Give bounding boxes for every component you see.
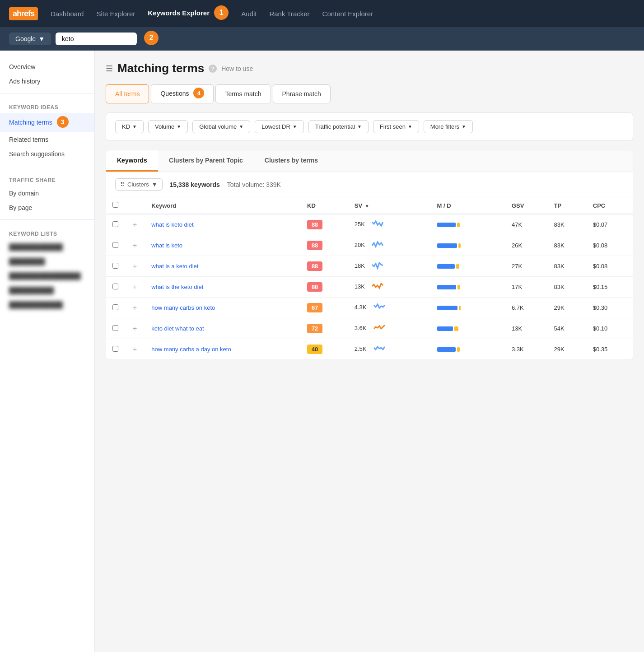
sidebar-item-search-suggestions[interactable]: Search suggestions xyxy=(0,147,94,161)
kd-badge: 72 xyxy=(307,324,322,333)
sv-value: 13K xyxy=(355,283,365,290)
nav-keywords-explorer[interactable]: Keywords Explorer 1 xyxy=(148,6,229,21)
filter-first-seen[interactable]: First seen ▼ xyxy=(373,120,419,133)
row-add-cell: + xyxy=(125,318,145,339)
keyword-link[interactable]: what is keto diet xyxy=(151,221,193,228)
filter-global-volume[interactable]: Global volume ▼ xyxy=(192,120,250,133)
add-keyword-button[interactable]: + xyxy=(131,242,139,249)
sidebar-divider-2 xyxy=(0,166,94,166)
add-keyword-button[interactable]: + xyxy=(131,345,139,353)
sidebar-item-ads-history[interactable]: Ads history xyxy=(0,74,94,88)
kd-header[interactable]: KD xyxy=(301,197,348,214)
filter-volume[interactable]: Volume ▼ xyxy=(148,120,188,133)
sv-header[interactable]: SV ▼ xyxy=(348,197,431,214)
nav-content-explorer[interactable]: Content Explorer xyxy=(322,10,373,18)
keyword-link[interactable]: what is a keto diet xyxy=(151,263,198,270)
row-sv-cell: 25K xyxy=(348,214,431,235)
progress-bar xyxy=(437,285,499,289)
tab-questions[interactable]: Questions 4 xyxy=(151,84,214,103)
keyword-header: Keyword xyxy=(145,197,301,214)
help-icon: ? xyxy=(209,65,217,73)
row-kd-cell: 88 xyxy=(301,214,348,235)
sub-tab-clusters-parent[interactable]: Clusters by Parent Topic xyxy=(158,150,254,172)
sidebar-item-matching-terms[interactable]: Matching terms 3 xyxy=(0,113,94,132)
select-all-checkbox[interactable] xyxy=(112,202,118,208)
keyword-link[interactable]: keto diet what to eat xyxy=(151,325,204,332)
row-checkbox[interactable] xyxy=(112,346,118,352)
sv-value: 20K xyxy=(355,242,365,248)
sidebar-item-by-domain[interactable]: By domain xyxy=(0,186,94,200)
gsv-value: 13K xyxy=(512,325,522,332)
progress-blue xyxy=(437,285,457,289)
hamburger-icon[interactable]: ☰ xyxy=(106,64,113,74)
progress-bar xyxy=(437,326,499,331)
row-cpc-cell: $0.08 xyxy=(587,235,633,256)
sidebar-divider-3 xyxy=(0,219,94,220)
progress-yellow xyxy=(457,347,460,352)
keyword-link[interactable]: what is keto xyxy=(151,242,182,249)
tab-all-terms[interactable]: All terms xyxy=(106,84,149,103)
filter-traffic-potential[interactable]: Traffic potential ▼ xyxy=(308,120,369,133)
nav-dashboard[interactable]: Dashboard xyxy=(51,10,84,18)
add-keyword-button[interactable]: + xyxy=(131,262,139,270)
filter-lowest-dr[interactable]: Lowest DR ▼ xyxy=(255,120,303,133)
row-kd-cell: 88 xyxy=(301,235,348,256)
row-md-cell xyxy=(431,235,505,256)
chevron-down-icon: ▼ xyxy=(357,124,362,129)
row-checkbox[interactable] xyxy=(112,325,118,331)
progress-yellow xyxy=(457,223,460,227)
sidebar-keyword-ideas-title: Keyword ideas xyxy=(0,98,94,113)
gsv-header[interactable]: GSV xyxy=(505,197,548,214)
search-input[interactable] xyxy=(56,33,137,45)
kd-badge: 67 xyxy=(307,303,322,312)
how-to-use-link[interactable]: How to use xyxy=(221,65,253,72)
keyword-link[interactable]: how many carbs on keto xyxy=(151,304,215,311)
nav-audit[interactable]: Audit xyxy=(241,10,257,18)
nav-site-explorer[interactable]: Site Explorer xyxy=(96,10,135,18)
logo[interactable]: ahrefs xyxy=(9,7,38,20)
row-checkbox-cell xyxy=(106,277,125,298)
row-checkbox[interactable] xyxy=(112,221,118,227)
step-badge-3: 3 xyxy=(57,116,69,128)
search-engine-dropdown[interactable]: Google ▼ xyxy=(9,33,51,45)
row-checkbox[interactable] xyxy=(112,304,118,310)
chevron-down-icon: ▼ xyxy=(462,124,466,129)
table-header: Keyword KD SV ▼ M / D GSV TP CPC xyxy=(106,197,633,214)
add-keyword-button[interactable]: + xyxy=(131,221,139,228)
row-checkbox[interactable] xyxy=(112,284,118,289)
progress-blue xyxy=(437,223,456,227)
nav-rank-tracker[interactable]: Rank Tracker xyxy=(269,10,309,18)
row-gsv-cell: 3.3K xyxy=(505,339,548,360)
chevron-down-icon: ▼ xyxy=(408,124,412,129)
filter-more[interactable]: More filters ▼ xyxy=(424,120,473,133)
table-row: + what is the keto diet 88 13K 17K xyxy=(106,277,633,298)
progress-bar xyxy=(437,347,499,352)
add-keyword-button[interactable]: + xyxy=(131,325,139,332)
sub-tab-keywords[interactable]: Keywords xyxy=(106,150,158,172)
tab-phrase-match[interactable]: Phrase match xyxy=(273,84,331,103)
kd-badge: 40 xyxy=(307,345,322,354)
chevron-down-icon: ▼ xyxy=(152,181,158,188)
sub-tab-clusters-terms[interactable]: Clusters by terms xyxy=(254,150,329,172)
tab-terms-match[interactable]: Terms match xyxy=(215,84,271,103)
row-checkbox[interactable] xyxy=(112,263,118,269)
tab-bar: All terms Questions 4 Terms match Phrase… xyxy=(106,84,633,103)
row-gsv-cell: 17K xyxy=(505,277,548,298)
sidebar-item-overview[interactable]: Overview xyxy=(0,60,94,74)
sidebar-item-list-1: ████████████ xyxy=(0,240,94,254)
tp-header[interactable]: TP xyxy=(548,197,587,214)
filter-kd[interactable]: KD ▼ xyxy=(115,120,144,133)
add-keyword-button[interactable]: + xyxy=(131,283,139,291)
sidebar-divider-1 xyxy=(0,93,94,93)
sidebar-item-related-terms[interactable]: Related terms xyxy=(0,132,94,147)
add-keyword-button[interactable]: + xyxy=(131,304,139,312)
keyword-link[interactable]: what is the keto diet xyxy=(151,284,203,290)
progress-bar xyxy=(437,264,499,269)
keyword-link[interactable]: how many carbs a day on keto xyxy=(151,346,231,353)
cpc-header[interactable]: CPC xyxy=(587,197,633,214)
row-sv-cell: 4.3K xyxy=(348,298,431,318)
select-all-checkbox-header[interactable] xyxy=(106,197,125,214)
sidebar-item-by-page[interactable]: By page xyxy=(0,200,94,215)
row-checkbox[interactable] xyxy=(112,242,118,248)
clusters-button[interactable]: ⠿ Clusters ▼ xyxy=(115,178,163,191)
